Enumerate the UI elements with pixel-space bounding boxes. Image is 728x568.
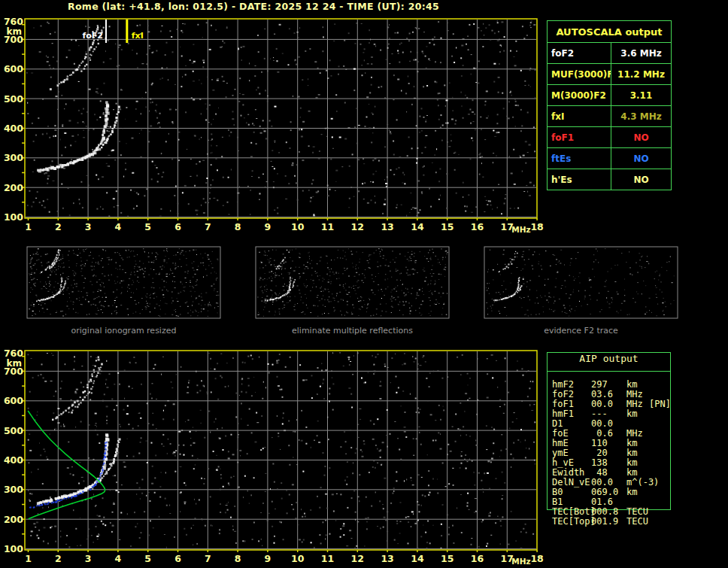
svg-text:MHz: MHz [511,225,530,234]
svg-text:MHz: MHz [511,557,530,566]
aip-field: 000.8 [591,506,618,517]
svg-text:500: 500 [4,425,23,436]
autoscala-param-value: 3.6 MHz [611,43,672,64]
aip-field: h_vE [552,457,574,468]
autoscala-param-value: 3.11 [611,85,672,106]
aip-field: MHz [626,428,643,439]
aip-row-TECBot: TEC[Bot]000.8TECU [548,506,675,516]
svg-text:11: 11 [321,221,334,232]
aip-row-hmF2: hmF2297km [548,379,675,389]
aip-field: foE [552,428,569,439]
svg-text:12: 12 [351,553,364,564]
autoscala-param-label: ftEs [548,148,611,169]
autoscala-screen: { "header": { "title": "Rome (lat: +41.8… [0,0,728,568]
autoscala-row-foF1: foF1NO [548,127,672,148]
svg-text:400: 400 [4,123,23,134]
svg-text:18: 18 [530,221,543,232]
aip-field: TECU [626,506,648,517]
svg-text:3: 3 [85,553,92,564]
aip-field: Ewidth [552,467,584,478]
marker-label-foF2: foF2 [82,31,103,41]
svg-text:10: 10 [291,221,305,232]
aip-row-ymE: ymE 20km [548,448,675,457]
aip-field: 297 [591,379,608,390]
autoscala-param-label: fxI [548,106,611,127]
svg-text:500: 500 [4,93,23,105]
aip-field: 48 [591,467,608,478]
autoscala-param-label: foF1 [548,127,611,148]
svg-text:4: 4 [115,221,122,232]
svg-text:2: 2 [55,553,62,564]
svg-text:7: 7 [205,553,211,564]
aip-field: B1 [552,497,563,507]
aip-field: km [626,457,637,468]
autoscala-row-hEs: h'EsNO [548,169,672,190]
aip-field: ymE [552,448,569,458]
page-title: Rome (lat: +41.8, lon: 012.5) - DATE: 20… [68,1,439,12]
svg-text:100: 100 [4,211,23,223]
svg-text:200: 200 [4,182,23,193]
svg-text:760: 760 [4,348,23,359]
svg-text:5: 5 [144,553,151,564]
autoscala-param-value: 4.3 MHz [611,106,672,127]
aip-field: MHz [626,389,643,399]
aip-row-foE: foE 0.6MHz [548,428,675,438]
aip-field: 110 [591,438,608,448]
svg-text:8: 8 [235,221,241,232]
autoscala-row-M3000F2: M(3000)F23.11 [548,85,672,106]
aip-field: 138 [591,457,608,468]
svg-text:11: 11 [321,553,334,564]
svg-text:13: 13 [381,221,393,232]
svg-text:4: 4 [115,553,122,564]
svg-text:200: 200 [4,514,23,525]
aip-field: km [626,379,637,390]
svg-text:2: 2 [55,221,62,232]
thumbnail-caption-evidence: evidence F2 trace [484,326,678,336]
aip-row-hvE: h_vE138km [548,457,675,467]
aip-row-B0: B0069.0km [548,487,675,497]
svg-text:300: 300 [4,484,23,495]
aip-field: 00.0 [591,477,613,488]
svg-text:600: 600 [4,395,23,406]
svg-text:14: 14 [411,553,424,564]
aip-field: foF2 [552,389,574,399]
svg-text:6: 6 [174,221,181,232]
svg-text:700: 700 [4,34,23,45]
aip-field: 00.0 [591,418,613,429]
aip-field: 0.6 [591,428,613,439]
thumbnail-caption-original: original ionogram resized [27,326,220,336]
aip-field: TECU [626,516,648,527]
thumbnail-caption-eliminate: eliminate multiple reflections [256,326,449,336]
aip-row-foF1: foF100.0MHz[PN] [548,399,675,409]
autoscala-param-label: M(3000)F2 [548,85,611,106]
aip-field: B0 [552,487,563,497]
svg-text:1: 1 [25,221,32,232]
autoscala-param-value: 11.2 MHz [611,64,672,85]
svg-text:300: 300 [4,152,23,163]
aip-row-D1: D100.0 [548,418,675,428]
svg-text:7: 7 [205,221,211,232]
autoscala-param-value: NO [611,127,672,148]
aip-field: hmF1 [552,409,574,419]
svg-text:18: 18 [530,553,543,564]
svg-text:15: 15 [441,221,453,232]
aip-table-title: AIP output [548,353,670,372]
aip-field: DelN_vE [552,477,590,488]
aip-field: km [626,438,637,448]
autoscala-param-value: NO [611,169,672,190]
aip-field: km [626,448,637,458]
svg-text:14: 14 [411,221,424,232]
svg-text:6: 6 [174,553,181,564]
autoscala-row-foF2: foF23.6 MHz [548,43,672,64]
svg-text:8: 8 [235,553,241,564]
aip-output-table: AIP output hmF2297kmfoF203.6MHzfoF100.0M… [547,352,671,510]
aip-field: 03.6 [591,389,613,399]
aip-row-foF2: foF203.6MHz [548,389,675,399]
svg-text:16: 16 [471,221,484,232]
aip-row-TECTop: TEC[Top]001.9TECU [548,516,675,526]
svg-text:9: 9 [265,553,271,564]
svg-text:5: 5 [144,221,151,232]
svg-text:12: 12 [351,221,364,232]
aip-field: MHz [626,399,643,409]
aip-field: hmF2 [552,379,574,390]
